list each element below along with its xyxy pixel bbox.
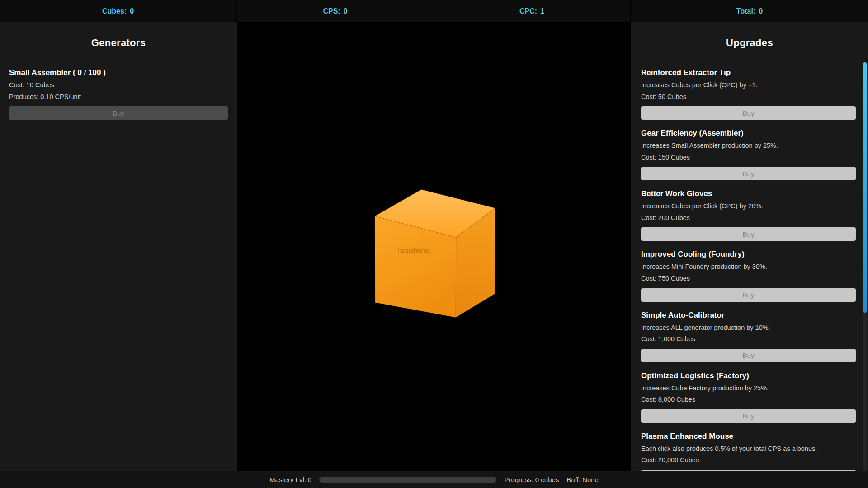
upgrade-cost: Cost: 50 Cubes (641, 93, 856, 102)
cube-mirrored-label: produce! (397, 246, 430, 255)
upgrades-panel: Upgrades Reinforced Extractor Tip Increa… (631, 22, 868, 471)
upgrade-item: Simple Auto-Calibrator Increases ALL gen… (641, 311, 856, 362)
upgrade-name: Simple Auto-Calibrator (641, 311, 856, 320)
generators-title: Generators (7, 22, 230, 56)
upgrade-name: Plasma Enhanced Mouse (641, 432, 856, 441)
stat-cps: CPS:0 (237, 7, 434, 15)
upgrade-buy-button[interactable]: Buy (641, 349, 856, 362)
upgrade-buy-button[interactable]: Buy (641, 470, 856, 471)
upgrade-cost: Cost: 1,000 Cubes (641, 335, 856, 344)
upgrade-description: Increases Cubes per Click (CPC) by +1. (641, 81, 856, 90)
topbar: Cubes:0 CPS:0 CPC:1 Total:0 (0, 0, 868, 22)
upgrade-cost: Cost: 150 Cubes (641, 153, 856, 162)
upgrade-buy-button[interactable]: Buy (641, 167, 856, 180)
stat-cubes-value: 0 (130, 7, 134, 15)
upgrade-buy-button[interactable]: Buy (641, 106, 856, 120)
topbar-center: CPS:0 CPC:1 (237, 0, 631, 22)
upgrade-item: Better Work Gloves Increases Cubes per C… (641, 189, 856, 241)
upgrade-item: Gear Efficiency (Assembler) Increases Sm… (641, 129, 856, 180)
cube[interactable]: produce! (237, 22, 631, 471)
upgrade-item: Reinforced Extractor Tip Increases Cubes… (641, 68, 856, 120)
upgrade-name: Improved Cooling (Foundry) (641, 250, 856, 259)
stat-cps-value: 0 (344, 7, 348, 15)
upgrade-description: Increases Cubes per Click (CPC) by 20%. (641, 202, 856, 211)
main-area: Generators Small Assembler ( 0 / 100 ) C… (0, 22, 868, 471)
mastery-level-label: Mastery Lvl. 0 (269, 476, 311, 483)
footer-bar: Mastery Lvl. 0 Progress: 0 cubes Buff: N… (0, 471, 868, 488)
generators-panel: Generators Small Assembler ( 0 / 100 ) C… (0, 22, 237, 471)
stat-cps-label: CPS: (323, 7, 340, 15)
cube-shape[interactable]: produce! (375, 190, 495, 318)
generator-cost: Cost: 10 Cubes (9, 81, 228, 90)
upgrade-name: Reinforced Extractor Tip (641, 68, 856, 77)
upgrade-cost: Cost: 20,000 Cubes (641, 456, 856, 465)
upgrade-cost: Cost: 750 Cubes (641, 274, 856, 283)
stat-cpc: CPC:1 (434, 7, 630, 15)
stat-cubes-label: Cubes: (102, 7, 127, 15)
stat-cubes: Cubes:0 (0, 0, 237, 22)
progress-text: Progress: 0 cubes (504, 476, 559, 483)
stat-cpc-label: CPC: (519, 7, 537, 15)
game-area: produce! (237, 22, 631, 471)
upgrades-title: Upgrades (638, 22, 861, 56)
upgrade-item: Optimized Logistics (Factory) Increases … (641, 371, 856, 423)
buff-status: Buff: None (566, 476, 599, 483)
generators-list: Small Assembler ( 0 / 100 ) Cost: 10 Cub… (0, 68, 237, 120)
upgrade-description: Increases Small Assembler production by … (641, 141, 856, 150)
upgrade-description: Increases ALL generator production by 10… (641, 324, 856, 333)
generator-name: Small Assembler ( 0 / 100 ) (9, 68, 228, 77)
upgrade-item: Plasma Enhanced Mouse Each click also pr… (641, 432, 856, 471)
upgrades-list: Reinforced Extractor Tip Increases Cubes… (631, 68, 868, 471)
upgrade-cost: Cost: 8,000 Cubes (641, 395, 856, 404)
upgrades-scrollbar-thumb[interactable] (863, 62, 867, 313)
upgrade-item: Improved Cooling (Foundry) Increases Min… (641, 250, 856, 301)
cube-clicker-app: Cubes:0 CPS:0 CPC:1 Total:0 Generat (0, 0, 868, 488)
upgrade-description: Each click also produces 0.5% of your to… (641, 445, 856, 454)
upgrade-buy-button[interactable]: Buy (641, 409, 856, 423)
stat-total: Total:0 (631, 0, 868, 22)
generator-item: Small Assembler ( 0 / 100 ) Cost: 10 Cub… (9, 68, 228, 120)
generator-produces: Produces: 0.10 CPS/unit (9, 93, 228, 102)
upgrade-cost: Cost: 200 Cubes (641, 214, 856, 223)
upgrade-name: Optimized Logistics (Factory) (641, 371, 856, 380)
generator-buy-button[interactable]: Buy (9, 106, 228, 120)
upgrade-name: Better Work Gloves (641, 189, 856, 198)
stat-total-value: 0 (759, 7, 763, 15)
upgrade-name: Gear Efficiency (Assembler) (641, 129, 856, 138)
upgrade-description: Increases Mini Foundry production by 30%… (641, 263, 856, 272)
upgrade-description: Increases Cube Factory production by 25%… (641, 384, 856, 393)
upgrade-buy-button[interactable]: Buy (641, 288, 856, 302)
stat-cpc-value: 1 (540, 7, 544, 15)
stat-total-label: Total: (736, 7, 755, 15)
upgrade-buy-button[interactable]: Buy (641, 227, 856, 241)
mastery-progress-bar (319, 477, 496, 483)
